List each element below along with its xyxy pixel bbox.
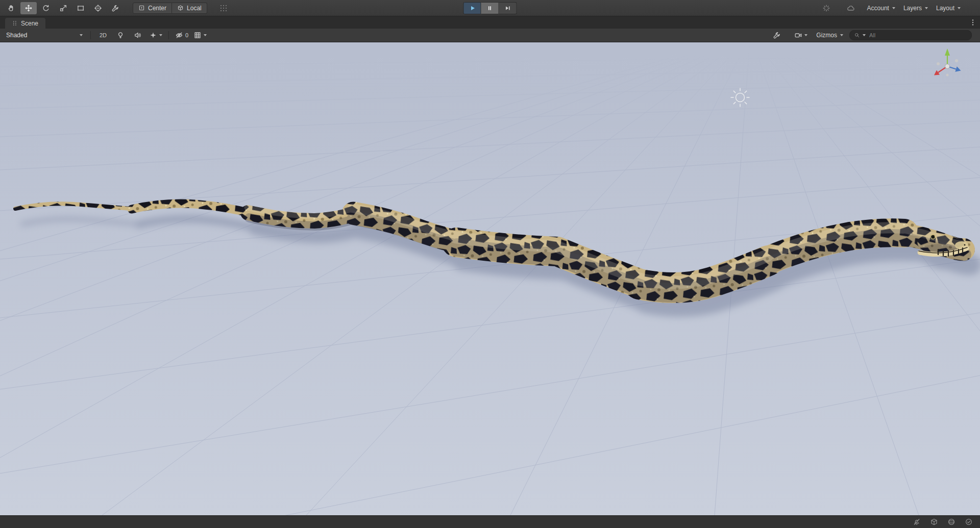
- orientation-mode-button[interactable]: Local: [172, 3, 207, 14]
- eye-slash-icon: [175, 31, 183, 39]
- scene-search-input[interactable]: [868, 32, 967, 39]
- tab-scene[interactable]: Scene: [5, 18, 45, 29]
- chevron-down-icon: [204, 34, 207, 36]
- scene-camera-dropdown[interactable]: [792, 30, 810, 41]
- grid-snap-icon: [219, 4, 228, 12]
- axis-center-ball[interactable]: [945, 64, 950, 69]
- scene-view-canvas[interactable]: [0, 42, 980, 515]
- wrench-icon: [111, 4, 119, 12]
- lightbulb-icon: [116, 31, 125, 39]
- grid-snap-button[interactable]: [215, 2, 232, 14]
- chevron-down-icon: [892, 7, 895, 9]
- local-cube-icon: [177, 5, 184, 11]
- move-tool-button[interactable]: [20, 2, 37, 14]
- bell-slash-icon: [913, 518, 921, 526]
- transform-tools: [3, 2, 124, 14]
- camera-icon: [794, 31, 802, 39]
- package-manager-button[interactable]: [929, 517, 939, 527]
- tools-wrench-icon: [773, 31, 781, 39]
- activity-spinner-icon: [822, 4, 830, 12]
- transform-tool-button[interactable]: [90, 2, 106, 14]
- hidden-count: 0: [185, 32, 188, 38]
- scale-tool-button[interactable]: [55, 2, 71, 14]
- scale-icon: [59, 4, 67, 12]
- scene-viewport[interactable]: [0, 42, 980, 515]
- draw-mode-label: Shaded: [6, 32, 27, 39]
- scene-tools-button[interactable]: [768, 30, 786, 41]
- hand-icon: [7, 4, 15, 12]
- chevron-down-icon: [159, 34, 162, 36]
- unity-editor-window: Center Local: [0, 0, 980, 528]
- chevron-down-icon: [958, 7, 961, 9]
- speaker-icon: [134, 31, 142, 39]
- console-status-button[interactable]: [964, 517, 974, 527]
- pivot-mode-label: Center: [148, 5, 166, 12]
- step-icon: [504, 4, 512, 12]
- scene-effects-dropdown[interactable]: [146, 30, 165, 41]
- chevron-down-icon: [840, 34, 843, 36]
- search-icon: [854, 32, 860, 38]
- scene-audio-toggle[interactable]: [129, 30, 146, 41]
- scene-toolbar-right: Gizmos: [768, 30, 978, 41]
- pane-handle-icon: [12, 20, 18, 26]
- axis-negative-x-handle[interactable]: [955, 59, 958, 62]
- main-toolbar: Center Local: [0, 0, 980, 16]
- chevron-down-icon: [863, 34, 866, 36]
- nostril: [964, 244, 966, 246]
- hidden-objects-button[interactable]: 0: [173, 30, 191, 41]
- scene-lighting-toggle[interactable]: [112, 30, 129, 41]
- rotate-tool-button[interactable]: [38, 2, 54, 14]
- rotate-icon: [42, 4, 50, 12]
- hand-tool-button[interactable]: [3, 2, 19, 14]
- play-button[interactable]: [463, 2, 481, 14]
- chevron-down-icon: [925, 7, 928, 9]
- status-bar: [0, 515, 980, 528]
- draw-mode-dropdown[interactable]: Shaded: [2, 29, 87, 42]
- layers-label: Layers: [903, 5, 922, 12]
- grid-icon: [193, 31, 202, 39]
- layout-label: Layout: [936, 5, 954, 12]
- pane-menu-button[interactable]: [969, 18, 977, 27]
- tab-bar: Scene: [0, 16, 980, 29]
- play-controls: [463, 2, 517, 14]
- pivot-mode-button[interactable]: Center: [133, 3, 172, 14]
- step-button[interactable]: [499, 2, 517, 14]
- check-circle-icon: [965, 518, 973, 526]
- pause-button[interactable]: [481, 2, 499, 14]
- mesh-sphere-icon: [947, 518, 955, 526]
- tab-scene-label: Scene: [21, 20, 38, 27]
- account-dropdown[interactable]: Account: [867, 2, 895, 14]
- transform-icon: [94, 4, 102, 12]
- scene-search-box[interactable]: [849, 30, 972, 40]
- separator: [90, 31, 91, 39]
- 2d-toggle-button[interactable]: 2D: [94, 30, 112, 41]
- pause-icon: [486, 4, 494, 12]
- chevron-down-icon: [80, 34, 83, 36]
- chevron-down-icon: [804, 34, 807, 36]
- custom-tool-button[interactable]: [107, 2, 124, 14]
- effects-star-icon: [149, 31, 157, 39]
- 2d-label: 2D: [100, 32, 107, 38]
- grid-visibility-dropdown[interactable]: [191, 30, 209, 41]
- axis-negative-y-handle[interactable]: [946, 74, 949, 77]
- layers-dropdown[interactable]: Layers: [903, 2, 928, 14]
- rect-tool-button[interactable]: [72, 2, 89, 14]
- cloud-collab-button[interactable]: [843, 2, 859, 14]
- axis-negative-z-handle[interactable]: [937, 62, 940, 65]
- horizon-fade: [0, 42, 980, 170]
- move-icon: [24, 4, 33, 12]
- package-cube-icon: [930, 518, 938, 526]
- gizmos-dropdown[interactable]: Gizmos: [816, 32, 843, 39]
- play-icon: [468, 4, 476, 12]
- rect-icon: [77, 4, 85, 12]
- layout-dropdown[interactable]: Layout: [936, 2, 961, 14]
- snake-model[interactable]: [15, 204, 973, 303]
- separator: [168, 31, 169, 39]
- notifications-muted-button[interactable]: [912, 517, 922, 527]
- toolbar-right-cluster: Account Layers Layout: [818, 2, 980, 14]
- activity-indicator-button[interactable]: [818, 2, 835, 14]
- kebab-menu-icon: [969, 18, 977, 27]
- cache-server-button[interactable]: [946, 517, 957, 527]
- scene-toolbar-left: Shaded 2D 0: [2, 29, 209, 42]
- gizmos-label: Gizmos: [816, 32, 837, 39]
